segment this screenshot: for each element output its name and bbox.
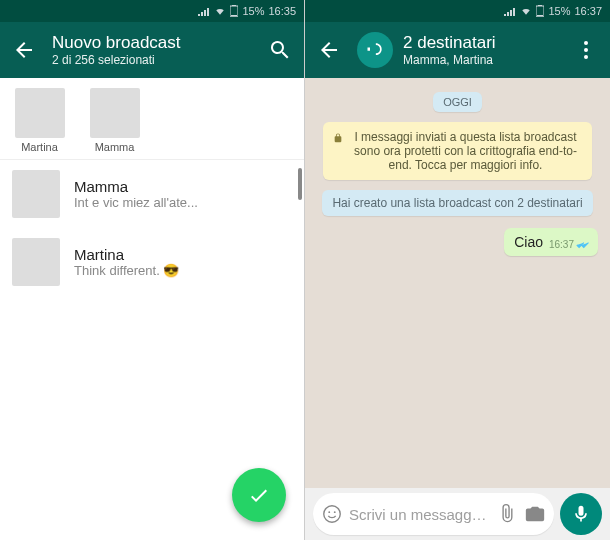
svg-point-9 xyxy=(324,506,341,523)
battery-icon xyxy=(536,5,544,17)
scrollbar-thumb[interactable] xyxy=(298,168,302,200)
message-input[interactable]: Scrivi un messagg… xyxy=(313,493,554,535)
date-label: OGGI xyxy=(433,92,482,112)
selected-contact[interactable]: Mamma xyxy=(87,88,142,153)
read-ticks-icon xyxy=(576,240,590,250)
contact-name: Mamma xyxy=(74,178,292,195)
svg-point-6 xyxy=(584,41,588,45)
header: 2 destinatari Mamma, Martina xyxy=(305,22,610,78)
outgoing-message[interactable]: Ciao 16:37 xyxy=(504,228,598,256)
message-time: 16:37 xyxy=(549,239,574,250)
signal-icon xyxy=(198,6,210,16)
header-titles: Nuovo broadcast 2 di 256 selezionati xyxy=(52,33,252,67)
status-bar: 15% 16:35 xyxy=(0,0,304,22)
avatar xyxy=(12,170,60,218)
attach-icon[interactable] xyxy=(496,503,518,525)
svg-point-8 xyxy=(584,55,588,59)
screen-broadcast-chat: 15% 16:37 2 destinatari Mamma, Martina O… xyxy=(305,0,610,540)
back-arrow-icon[interactable] xyxy=(317,38,341,62)
selected-contacts-row: Martina Mamma xyxy=(0,78,304,160)
header-title: 2 destinatari xyxy=(403,33,558,53)
broadcast-avatar[interactable] xyxy=(357,32,393,68)
svg-point-11 xyxy=(334,511,336,513)
contact-row[interactable]: Martina Think different. 😎 xyxy=(0,228,304,296)
mic-button[interactable] xyxy=(560,493,602,535)
input-placeholder: Scrivi un messagg… xyxy=(349,506,490,523)
wifi-icon xyxy=(520,6,532,16)
avatar xyxy=(15,88,65,138)
header-titles[interactable]: 2 destinatari Mamma, Martina xyxy=(403,33,558,67)
back-arrow-icon[interactable] xyxy=(12,38,36,62)
check-icon xyxy=(247,483,271,507)
selected-contact[interactable]: Martina xyxy=(12,88,67,153)
svg-point-10 xyxy=(328,511,330,513)
contact-status: Think different. 😎 xyxy=(74,263,292,278)
header-subtitle: Mamma, Martina xyxy=(403,53,558,67)
confirm-fab[interactable] xyxy=(232,468,286,522)
status-bar: 15% 16:37 xyxy=(305,0,610,22)
contact-list[interactable]: Mamma Int e vic miez all'ate... Martina … xyxy=(0,160,304,296)
avatar xyxy=(12,238,60,286)
status-time: 16:35 xyxy=(268,5,296,17)
contact-row[interactable]: Mamma Int e vic miez all'ate... xyxy=(0,160,304,228)
battery-icon xyxy=(230,5,238,17)
encryption-text: I messaggi inviati a questa lista broadc… xyxy=(349,130,582,172)
wifi-icon xyxy=(214,6,226,16)
chat-area[interactable]: OGGI I messaggi inviati a questa lista b… xyxy=(305,78,610,488)
battery-percent: 15% xyxy=(548,5,570,17)
battery-percent: 15% xyxy=(242,5,264,17)
search-icon[interactable] xyxy=(268,38,292,62)
svg-rect-1 xyxy=(232,5,236,6)
svg-point-7 xyxy=(584,48,588,52)
mic-icon xyxy=(571,504,591,524)
header: Nuovo broadcast 2 di 256 selezionati xyxy=(0,22,304,78)
creation-notice: Hai creato una lista broadcast con 2 des… xyxy=(322,190,592,216)
message-input-bar: Scrivi un messagg… xyxy=(305,488,610,540)
megaphone-icon xyxy=(365,40,385,60)
selected-contact-name: Martina xyxy=(21,141,58,153)
encryption-notice[interactable]: I messaggi inviati a questa lista broadc… xyxy=(323,122,592,180)
header-title: Nuovo broadcast xyxy=(52,33,252,53)
camera-icon[interactable] xyxy=(524,503,546,525)
contact-name: Martina xyxy=(74,246,292,263)
selected-contact-name: Mamma xyxy=(95,141,135,153)
header-subtitle: 2 di 256 selezionati xyxy=(52,53,252,67)
contact-status: Int e vic miez all'ate... xyxy=(74,195,292,210)
message-text: Ciao xyxy=(514,234,543,250)
lock-icon xyxy=(333,132,343,144)
avatar xyxy=(90,88,140,138)
svg-rect-4 xyxy=(538,5,542,6)
more-icon[interactable] xyxy=(574,38,598,62)
svg-rect-5 xyxy=(537,15,543,17)
status-time: 16:37 xyxy=(574,5,602,17)
signal-icon xyxy=(504,6,516,16)
screen-new-broadcast: 15% 16:35 Nuovo broadcast 2 di 256 selez… xyxy=(0,0,305,540)
emoji-icon[interactable] xyxy=(321,503,343,525)
svg-rect-2 xyxy=(231,15,237,17)
